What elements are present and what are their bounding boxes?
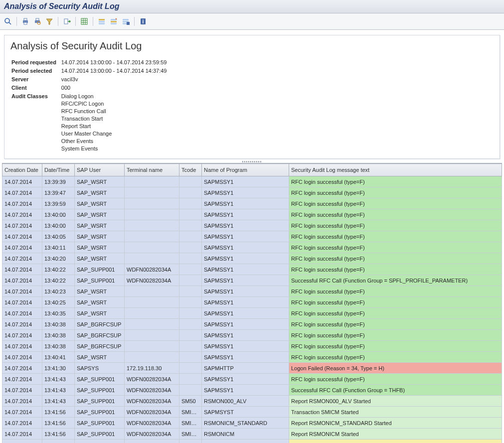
cell-time: 13:40:05 <box>42 231 75 242</box>
table-row[interactable]: 14.07.201413:40:00SAP_WSRTSAPMSSY1RFC lo… <box>2 209 502 220</box>
table-row[interactable]: 14.07.201413:41:43SAP_SUPP001WDFN0028203… <box>2 396 502 407</box>
cell-time: 13:40:38 <box>42 319 75 330</box>
svg-marker-8 <box>46 19 52 24</box>
col-tcode[interactable]: Tcode <box>179 164 202 176</box>
table-row[interactable]: 14.07.201413:41:56SAP_SUPP001WDFN0028203… <box>2 418 502 429</box>
cell-terminal: WDFN00282034A <box>125 429 179 440</box>
cell-terminal: WDFN00282034A <box>125 385 179 396</box>
audit-class-item: System Events <box>61 145 167 152</box>
cell-terminal: WDFN00282034A <box>125 418 179 429</box>
spreadsheet-icon[interactable] <box>79 16 89 26</box>
col-message[interactable]: Security Audit Log message text <box>289 164 502 176</box>
table-row[interactable]: 14.07.201413:40:38SAP_BGRFCSUPSAPMSSY1RF… <box>2 319 502 330</box>
info-icon[interactable]: i <box>138 16 148 26</box>
cell-time: 13:41:56 <box>42 407 75 418</box>
svg-rect-24 <box>127 22 130 25</box>
cell-date: 14.07.2014 <box>2 440 42 443</box>
table-row[interactable]: 14.07.201413:40:20SAP_WSRTSAPMSSY1RFC lo… <box>2 253 502 264</box>
toolbar-separator <box>16 17 17 26</box>
svg-text:i: i <box>143 19 144 24</box>
table-row[interactable]: 14.07.201413:40:25SAP_WSRTSAPMSSY1RFC lo… <box>2 297 502 308</box>
cell-program: SAPMSSY1 <box>202 275 289 286</box>
table-row[interactable]: 14.07.201413:41:30SAPSYS172.19.118.30SAP… <box>2 363 502 374</box>
cell-user: SAP_SUPP001 <box>75 396 125 407</box>
table-row[interactable]: 14.07.201413:41:56SAP_SUPP001WDFN0028203… <box>2 407 502 418</box>
cell-user: SAP_SUPP001 <box>75 429 125 440</box>
export-icon[interactable] <box>62 16 72 26</box>
cell-terminal <box>125 253 179 264</box>
cell-time: 13:40:22 <box>42 275 75 286</box>
table-row[interactable]: 14.07.201413:40:22SAP_SUPP001WDFN0028203… <box>2 264 502 275</box>
cell-terminal <box>125 198 179 209</box>
table-row[interactable]: 14.07.201413:41:43SAP_SUPP001WDFN0028203… <box>2 374 502 385</box>
cell-message: CRL download failed with error code 3 <box>289 440 502 443</box>
cell-time: 13:41:56 <box>42 418 75 429</box>
table-row[interactable]: 14.07.201413:41:56SAP_SUPP001WDFN0028203… <box>2 429 502 440</box>
print-preview-icon[interactable] <box>32 16 42 26</box>
table-row[interactable]: 14.07.201413:40:23SAP_WSRTSAPMSSY1RFC lo… <box>2 286 502 297</box>
col-program[interactable]: Name of Program <box>202 164 289 176</box>
period-requested-value: 14.07.2014 13:00:00 - 14.07.2014 23:59:5… <box>61 59 171 66</box>
col-terminal[interactable]: Terminal name <box>125 164 179 176</box>
cell-user: SAP_WSRT <box>75 297 125 308</box>
layout-change-icon[interactable] <box>109 16 119 26</box>
audit-class-item: Transaction Start <box>61 115 167 123</box>
audit-log-grid[interactable]: Creation Date Date/Time SAP User Termina… <box>2 163 502 443</box>
cell-program: RSMONICM <box>202 429 289 440</box>
table-row[interactable]: 14.07.201413:40:38SAP_BGRFCSUPSAPMSSY1RF… <box>2 341 502 352</box>
table-row[interactable]: 14.07.201413:40:22SAP_SUPP001WDFN0028203… <box>2 275 502 286</box>
cell-message: RFC login successful (type=F) <box>289 242 502 253</box>
cell-user: SAP_WSRT <box>75 187 125 198</box>
table-row[interactable]: 14.07.201413:40:11SAP_WSRTSAPMSSY1RFC lo… <box>2 242 502 253</box>
cell-user: SAP_SUPP001 <box>75 407 125 418</box>
table-row[interactable]: 14.07.201413:40:38SAP_BGRFCSUPSAPMSSY1RF… <box>2 330 502 341</box>
cell-terminal: WDFN00282034A <box>125 275 179 286</box>
col-sap-user[interactable]: SAP User <box>75 164 125 176</box>
cell-tcode: SM50 <box>179 396 202 407</box>
print-icon[interactable] <box>20 16 30 26</box>
layout-save-icon[interactable] <box>121 16 131 26</box>
cell-date: 14.07.2014 <box>2 242 42 253</box>
svg-rect-20 <box>111 23 117 24</box>
cell-program: SAPMSSY1 <box>202 209 289 220</box>
cell-user: SAPSYS <box>75 440 125 443</box>
cell-terminal <box>125 341 179 352</box>
table-row[interactable]: 14.07.201413:39:47SAP_WSRTSAPMSSY1RFC lo… <box>2 187 502 198</box>
table-row[interactable]: 14.07.201413:39:59SAP_WSRTSAPMSSY1RFC lo… <box>2 198 502 209</box>
svg-rect-6 <box>36 18 39 20</box>
search-icon[interactable] <box>3 16 13 26</box>
table-row[interactable]: 14.07.201413:40:00SAP_WSRTSAPMSSY1RFC lo… <box>2 220 502 231</box>
cell-user: SAP_SUPP001 <box>75 418 125 429</box>
table-row[interactable]: 14.07.201413:41:43SAP_SUPP001WDFN0028203… <box>2 385 502 396</box>
filter-icon[interactable] <box>44 16 54 26</box>
cell-date: 14.07.2014 <box>2 396 42 407</box>
cell-user: SAPSYS <box>75 363 125 374</box>
cell-tcode <box>179 275 202 286</box>
cell-program: SAPMSSY1 <box>202 341 289 352</box>
col-date-time[interactable]: Date/Time <box>42 164 75 176</box>
cell-message: Successful RFC Call (Function Group = SP… <box>289 275 502 286</box>
server-label: Server <box>11 76 60 83</box>
cell-tcode <box>179 187 202 198</box>
cell-program: SAPMSSY1 <box>202 242 289 253</box>
cell-date: 14.07.2014 <box>2 429 42 440</box>
audit-class-item: User Master Change <box>61 130 167 138</box>
title-bar: Analysis of Security Audit Log <box>0 0 504 13</box>
toolbar: i <box>0 13 504 30</box>
table-row[interactable]: 14.07.201413:39:39SAP_WSRTSAPMSSY1RFC lo… <box>2 176 502 187</box>
cell-message: RFC login successful (type=F) <box>289 341 502 352</box>
cell-program: SAPMSSY1 <box>202 297 289 308</box>
table-row[interactable]: 14.07.201413:40:35SAP_WSRTSAPMSSY1RFC lo… <box>2 308 502 319</box>
svg-rect-9 <box>64 19 68 24</box>
layout-select-icon[interactable] <box>97 16 107 26</box>
cell-terminal <box>125 209 179 220</box>
cell-terminal <box>125 286 179 297</box>
cell-date: 14.07.2014 <box>2 319 42 330</box>
table-row[interactable]: 14.07.201413:40:41SAP_WSRTSAPMSSY1RFC lo… <box>2 352 502 363</box>
col-creation-date[interactable]: Creation Date <box>2 164 42 176</box>
cell-terminal <box>125 297 179 308</box>
audit-classes-label: Audit Classes <box>11 93 60 152</box>
table-row[interactable]: 14.07.201413:42:22SAPSYS172.19.118.30SAP… <box>2 440 502 443</box>
cell-time: 13:41:43 <box>42 374 75 385</box>
table-row[interactable]: 14.07.201413:40:05SAP_WSRTSAPMSSY1RFC lo… <box>2 231 502 242</box>
